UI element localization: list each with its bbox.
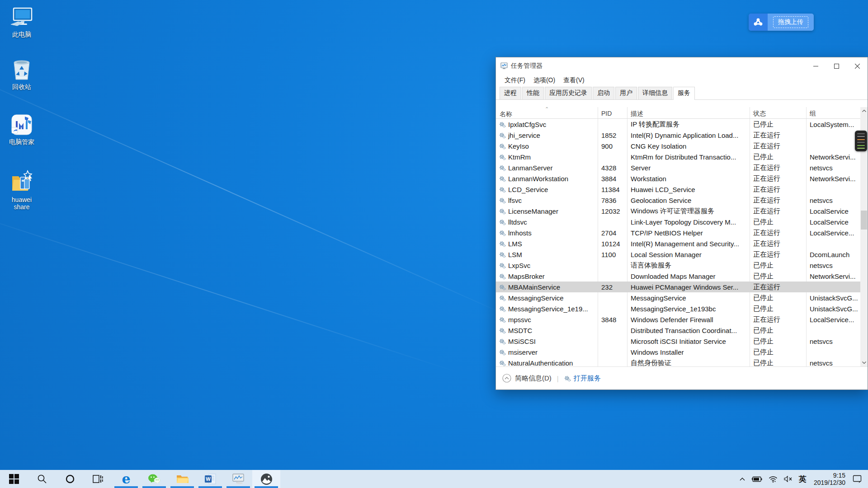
- fewer-details-toggle[interactable]: 简略信息(D): [502, 374, 552, 383]
- tab-users[interactable]: 用户: [615, 87, 637, 99]
- service-description: MessagingService_1e193bc: [627, 305, 750, 313]
- service-description: TCP/IP NetBIOS Helper: [627, 229, 750, 237]
- service-row[interactable]: jhi_service 1852 Intel(R) Dynamic Applic…: [496, 130, 861, 141]
- action-center-button[interactable]: [849, 470, 865, 488]
- close-button[interactable]: [847, 57, 868, 75]
- footer-divider: |: [557, 375, 559, 382]
- service-row[interactable]: MessagingService_1e19... MessagingServic…: [496, 303, 861, 314]
- service-row[interactable]: LanmanWorkstation 3884 Workstation 正在运行 …: [496, 173, 861, 184]
- taskbar-app-wechat[interactable]: [140, 470, 168, 488]
- desktop-icon-huawei-share[interactable]: huaweishare: [1, 171, 42, 211]
- service-row[interactable]: MapsBroker Downloaded Maps Manager 已停止 N…: [496, 271, 861, 282]
- taskbar-app-edge[interactable]: e: [112, 470, 140, 488]
- service-name: MBAMainService: [508, 283, 560, 291]
- service-row[interactable]: lfsvc 7836 Geolocation Service 正在运行 nets…: [496, 195, 861, 206]
- service-row[interactable]: LSM 1100 Local Session Manager 正在运行 Dcom…: [496, 249, 861, 260]
- menu-file[interactable]: 文件(F): [500, 75, 529, 86]
- desktop-icon-recycle-bin[interactable]: 回收站: [1, 58, 42, 90]
- tab-processes[interactable]: 进程: [500, 87, 521, 99]
- taskbar-app-word[interactable]: W: [196, 470, 224, 488]
- system-tray: 英 9:15 2019/12/30: [736, 470, 868, 488]
- service-row[interactable]: msiserver Windows Installer 已停止: [496, 347, 861, 357]
- task-view-button[interactable]: [84, 470, 112, 488]
- desktop-icon-this-pc[interactable]: 此电脑: [1, 5, 42, 38]
- service-row[interactable]: KeyIso 900 CNG Key Isolation 正在运行: [496, 141, 861, 151]
- service-description: Huawei LCD_Service: [627, 186, 750, 193]
- service-description: Windows 许可证管理器服务: [627, 207, 750, 216]
- tab-services[interactable]: 服务: [673, 87, 695, 100]
- volume-muted-icon[interactable]: [781, 470, 796, 488]
- taskbar-app-gallery[interactable]: [252, 470, 280, 488]
- pc-manager-icon: [1, 113, 42, 136]
- service-status: 正在运行: [750, 239, 806, 248]
- taskbar-app-file-explorer[interactable]: [168, 470, 196, 488]
- service-row[interactable]: MBAMainService 232 Huawei PCManager Wind…: [496, 282, 861, 292]
- service-row[interactable]: MSDTC Distributed Transaction Coordinat.…: [496, 325, 861, 336]
- open-services-link[interactable]: 打开服务: [564, 374, 601, 383]
- search-button[interactable]: [28, 470, 56, 488]
- maximize-button[interactable]: [826, 57, 847, 75]
- tab-app-history[interactable]: 应用历史记录: [545, 87, 592, 99]
- floating-tool-widget[interactable]: [855, 131, 867, 151]
- scroll-up-icon[interactable]: [860, 107, 868, 115]
- column-header-status[interactable]: 状态: [750, 107, 806, 118]
- service-description: Local Session Manager: [627, 251, 750, 258]
- show-hidden-icons-button[interactable]: [736, 470, 748, 488]
- wifi-icon[interactable]: [765, 470, 781, 488]
- word-icon: W: [204, 474, 216, 484]
- service-group: NetworkServi...: [806, 175, 861, 183]
- service-status: 已停止: [750, 359, 806, 367]
- menu-options[interactable]: 选项(O): [529, 75, 559, 86]
- service-row[interactable]: IpxlatCfgSvc IP 转换配置服务 已停止 LocalSystem..…: [496, 119, 861, 130]
- service-name: LicenseManager: [508, 207, 558, 215]
- service-row[interactable]: MSiSCSI Microsoft iSCSI Initiator Servic…: [496, 336, 861, 347]
- service-row[interactable]: LanmanServer 4328 Server 正在运行 netsvcs: [496, 162, 861, 173]
- service-description: Huawei PCManager Windows Ser...: [627, 283, 750, 291]
- service-row[interactable]: NaturalAuthentication 自然身份验证 已停止 netsvcs: [496, 357, 861, 366]
- service-row[interactable]: KtmRm KtmRm for Distributed Transactio..…: [496, 151, 861, 162]
- start-button[interactable]: [0, 470, 28, 488]
- tab-startup[interactable]: 启动: [593, 87, 614, 99]
- service-status: 正在运行: [750, 174, 806, 183]
- tab-performance[interactable]: 性能: [522, 87, 544, 99]
- column-header-description[interactable]: 描述: [627, 107, 750, 118]
- service-name: mpssvc: [508, 316, 531, 324]
- clock[interactable]: 9:15 2019/12/30: [810, 472, 849, 486]
- drag-upload-button[interactable]: 拖拽上传: [768, 14, 814, 31]
- service-row[interactable]: mpssvc 3848 Windows Defender Firewall 正在…: [496, 314, 861, 325]
- column-header-name[interactable]: 名称 ⌃: [496, 107, 598, 118]
- service-name: KeyIso: [508, 142, 529, 150]
- service-pid: 900: [598, 142, 627, 150]
- service-name: MSDTC: [508, 327, 532, 334]
- menu-view[interactable]: 查看(V): [559, 75, 589, 86]
- service-status: 已停止: [750, 337, 806, 346]
- title-bar[interactable]: 任务管理器: [496, 57, 868, 75]
- wallpaper-ray: [0, 61, 515, 319]
- service-row[interactable]: lltdsvc Link-Layer Topology Discovery M.…: [496, 216, 861, 227]
- service-gear-icon: [499, 230, 506, 236]
- netdisk-upload-widget[interactable]: 拖拽上传: [749, 14, 814, 31]
- tab-details[interactable]: 详细信息: [638, 87, 672, 99]
- service-name: LMS: [508, 240, 522, 248]
- ime-indicator[interactable]: 英: [796, 470, 810, 488]
- service-row[interactable]: lmhosts 2704 TCP/IP NetBIOS Helper 正在运行 …: [496, 227, 861, 238]
- desktop-icon-pc-manager[interactable]: 电脑管家: [1, 113, 42, 145]
- action-center-icon: [853, 475, 862, 483]
- service-description: 自然身份验证: [627, 359, 750, 367]
- column-header-pid[interactable]: PID: [598, 107, 627, 118]
- cortana-button[interactable]: [56, 470, 84, 488]
- service-name: IpxlatCfgSvc: [508, 121, 546, 128]
- service-row[interactable]: LMS 10124 Intel(R) Management and Securi…: [496, 238, 861, 249]
- column-header-group[interactable]: 组: [806, 107, 861, 118]
- service-status: 已停止: [750, 218, 806, 226]
- desktop-icon-label: 电脑管家: [1, 138, 42, 145]
- battery-icon[interactable]: [748, 470, 765, 488]
- taskbar-app-task-manager[interactable]: [224, 470, 252, 488]
- service-row[interactable]: MessagingService MessagingService 已停止 Un…: [496, 292, 861, 303]
- service-row[interactable]: LxpSvc 语言体验服务 已停止 netsvcs: [496, 260, 861, 271]
- scrollbar-thumb[interactable]: [861, 211, 867, 230]
- service-row[interactable]: LCD_Service 11384 Huawei LCD_Service 正在运…: [496, 184, 861, 195]
- scroll-down-icon[interactable]: [860, 359, 868, 366]
- service-row[interactable]: LicenseManager 12032 Windows 许可证管理器服务 正在…: [496, 206, 861, 216]
- minimize-button[interactable]: [805, 57, 826, 75]
